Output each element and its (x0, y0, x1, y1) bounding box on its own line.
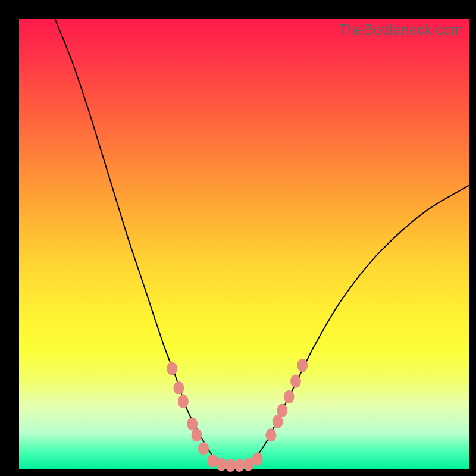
curve-marker (284, 390, 295, 403)
marker-group (167, 359, 308, 472)
bottleneck-curve (55, 19, 469, 465)
curve-marker (273, 415, 283, 428)
curve-marker (297, 359, 308, 372)
curve-marker (252, 452, 263, 465)
curve-marker (277, 404, 287, 417)
plot-area: TheBottleneck.com (19, 19, 469, 469)
curve-marker (187, 417, 198, 430)
curve-marker (265, 428, 276, 441)
curve-marker (167, 362, 177, 375)
outer-frame: TheBottleneck.com (0, 0, 476, 476)
curve-marker (290, 375, 301, 388)
chart-svg (19, 19, 469, 469)
curve-marker (192, 428, 202, 441)
curve-marker (173, 381, 184, 394)
curve-marker (198, 442, 209, 455)
curve-marker (178, 395, 189, 408)
